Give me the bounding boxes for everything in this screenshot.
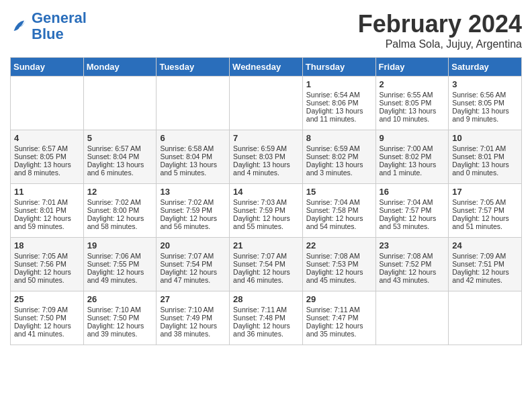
day-info: Sunset: 7:56 PM	[14, 260, 80, 268]
day-info: Daylight: 13 hours and 6 minutes.	[87, 161, 153, 177]
day-info: Sunset: 7:47 PM	[306, 314, 372, 322]
day-info: Sunset: 8:05 PM	[14, 152, 80, 161]
day-number: 22	[306, 240, 372, 250]
day-info: Daylight: 12 hours and 53 minutes.	[380, 214, 445, 230]
page-header: General Blue February 2024 Palma Sola, J…	[10, 10, 522, 50]
day-info: Sunrise: 6:57 AM	[87, 144, 153, 152]
day-info: Sunset: 8:02 PM	[380, 152, 445, 161]
day-info: Sunrise: 7:11 AM	[233, 306, 299, 314]
day-info: Sunrise: 6:56 AM	[452, 91, 518, 99]
day-number: 19	[87, 240, 153, 250]
calendar-cell: 29Sunrise: 7:11 AMSunset: 7:47 PMDayligh…	[302, 291, 375, 345]
day-info: Sunrise: 7:07 AM	[233, 252, 299, 260]
day-info: Sunrise: 7:11 AM	[306, 306, 372, 314]
day-number: 29	[306, 294, 372, 304]
calendar-cell: 4Sunrise: 6:57 AMSunset: 8:05 PMDaylight…	[11, 130, 84, 184]
day-info: Daylight: 12 hours and 36 minutes.	[233, 322, 299, 338]
day-info: Sunset: 7:59 PM	[233, 206, 299, 214]
day-info: Daylight: 12 hours and 55 minutes.	[233, 214, 299, 230]
week-row-2: 4Sunrise: 6:57 AMSunset: 8:05 PMDaylight…	[11, 130, 522, 184]
day-number: 26	[87, 294, 153, 304]
weekday-header-tuesday: Tuesday	[157, 58, 230, 77]
day-number: 24	[452, 240, 518, 250]
day-info: Sunrise: 7:02 AM	[87, 198, 153, 206]
day-info: Sunset: 7:59 PM	[160, 206, 226, 214]
day-info: Sunrise: 7:01 AM	[14, 198, 80, 206]
logo-text: General Blue	[32, 10, 87, 42]
day-info: Daylight: 13 hours and 1 minute.	[380, 161, 445, 177]
calendar-cell: 22Sunrise: 7:08 AMSunset: 7:53 PMDayligh…	[302, 238, 375, 291]
day-info: Daylight: 12 hours and 39 minutes.	[87, 322, 153, 338]
day-info: Sunset: 8:01 PM	[452, 152, 518, 161]
day-number: 10	[452, 133, 518, 143]
day-info: Sunrise: 7:07 AM	[160, 252, 226, 260]
location: Palma Sola, Jujuy, Argentina	[358, 38, 522, 50]
weekday-header-sunday: Sunday	[11, 58, 84, 77]
weekday-header-row: SundayMondayTuesdayWednesdayThursdayFrid…	[11, 58, 522, 77]
calendar-cell	[157, 77, 230, 130]
day-info: Daylight: 12 hours and 49 minutes.	[87, 268, 153, 284]
weekday-header-thursday: Thursday	[302, 58, 375, 77]
month-title: February 2024	[358, 10, 522, 38]
calendar-cell: 16Sunrise: 7:04 AMSunset: 7:57 PMDayligh…	[375, 184, 449, 238]
calendar-cell: 27Sunrise: 7:10 AMSunset: 7:49 PMDayligh…	[157, 291, 230, 345]
day-number: 14	[233, 187, 299, 197]
calendar-cell: 13Sunrise: 7:02 AMSunset: 7:59 PMDayligh…	[157, 184, 230, 238]
calendar-cell	[375, 291, 449, 345]
day-info: Daylight: 12 hours and 59 minutes.	[14, 214, 80, 230]
calendar-cell: 11Sunrise: 7:01 AMSunset: 8:01 PMDayligh…	[11, 184, 84, 238]
day-info: Daylight: 13 hours and 3 minutes.	[306, 161, 372, 177]
calendar-table: SundayMondayTuesdayWednesdayThursdayFrid…	[10, 57, 522, 345]
day-info: Daylight: 13 hours and 4 minutes.	[233, 161, 299, 177]
day-info: Sunrise: 7:09 AM	[452, 252, 518, 260]
calendar-cell: 5Sunrise: 6:57 AMSunset: 8:04 PMDaylight…	[83, 130, 157, 184]
day-info: Daylight: 12 hours and 51 minutes.	[452, 214, 518, 230]
day-info: Sunrise: 7:10 AM	[87, 306, 153, 314]
day-number: 8	[306, 133, 372, 143]
calendar-cell: 6Sunrise: 6:58 AMSunset: 8:04 PMDaylight…	[157, 130, 230, 184]
day-info: Sunset: 8:05 PM	[452, 99, 518, 107]
day-number: 7	[233, 133, 299, 143]
day-info: Daylight: 13 hours and 9 minutes.	[452, 107, 518, 123]
day-info: Sunset: 7:53 PM	[306, 260, 372, 268]
day-info: Sunrise: 7:02 AM	[160, 198, 226, 206]
day-info: Daylight: 12 hours and 43 minutes.	[380, 268, 445, 284]
day-info: Sunrise: 6:57 AM	[14, 144, 80, 152]
calendar-cell	[449, 291, 522, 345]
day-number: 5	[87, 133, 153, 143]
logo: General Blue	[10, 10, 87, 42]
week-row-4: 18Sunrise: 7:05 AMSunset: 7:56 PMDayligh…	[11, 238, 522, 291]
day-number: 13	[160, 187, 226, 197]
day-number: 2	[380, 79, 445, 89]
day-info: Sunset: 8:03 PM	[233, 152, 299, 161]
day-info: Sunrise: 6:59 AM	[306, 144, 372, 152]
day-info: Sunset: 8:00 PM	[87, 206, 153, 214]
day-info: Daylight: 12 hours and 41 minutes.	[14, 322, 80, 338]
weekday-header-monday: Monday	[83, 58, 157, 77]
day-info: Daylight: 13 hours and 10 minutes.	[380, 107, 445, 123]
logo-bird-icon	[10, 17, 29, 36]
calendar-cell: 19Sunrise: 7:06 AMSunset: 7:55 PMDayligh…	[83, 238, 157, 291]
day-info: Sunset: 7:58 PM	[306, 206, 372, 214]
day-info: Sunrise: 6:54 AM	[306, 91, 372, 99]
day-info: Sunset: 7:50 PM	[14, 314, 80, 322]
calendar-cell: 3Sunrise: 6:56 AMSunset: 8:05 PMDaylight…	[449, 77, 522, 130]
day-info: Daylight: 12 hours and 46 minutes.	[233, 268, 299, 284]
day-number: 9	[380, 133, 445, 143]
day-info: Sunrise: 7:04 AM	[306, 198, 372, 206]
day-info: Daylight: 12 hours and 42 minutes.	[452, 268, 518, 284]
day-info: Sunset: 8:01 PM	[14, 206, 80, 214]
day-number: 16	[380, 187, 445, 197]
day-info: Sunrise: 7:03 AM	[233, 198, 299, 206]
day-info: Sunset: 8:05 PM	[380, 99, 445, 107]
day-number: 21	[233, 240, 299, 250]
day-info: Daylight: 13 hours and 0 minutes.	[452, 161, 518, 177]
day-info: Sunrise: 7:01 AM	[452, 144, 518, 152]
day-number: 28	[233, 294, 299, 304]
day-info: Sunrise: 7:08 AM	[380, 252, 445, 260]
day-info: Sunrise: 7:06 AM	[87, 252, 153, 260]
day-info: Sunrise: 7:04 AM	[380, 198, 445, 206]
day-number: 6	[160, 133, 226, 143]
calendar-cell: 8Sunrise: 6:59 AMSunset: 8:02 PMDaylight…	[302, 130, 375, 184]
day-info: Daylight: 12 hours and 58 minutes.	[87, 214, 153, 230]
